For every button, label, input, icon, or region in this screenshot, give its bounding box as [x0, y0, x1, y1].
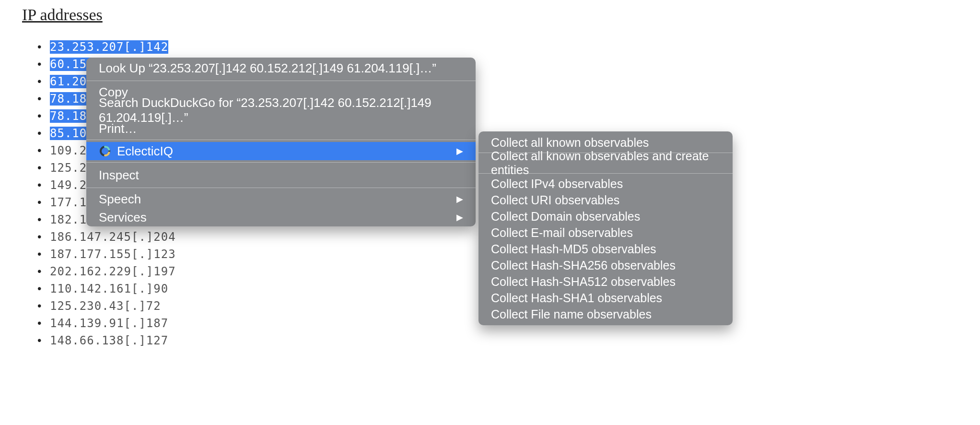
ip-address-value[interactable]: 187.177.155[.]123 — [50, 248, 176, 261]
list-item: 110.142.161[.]90 — [37, 280, 176, 297]
submenu-collect-all[interactable]: Collect all known observables — [478, 134, 733, 151]
submenu-collect-domain[interactable]: Collect Domain observables — [478, 208, 733, 224]
eclecticiq-submenu: Collect all known observables Collect al… — [478, 131, 733, 325]
list-item: 148.66.138[.]127 — [37, 332, 176, 349]
ip-address-value[interactable]: 148.66.138[.]127 — [50, 334, 168, 347]
submenu-collect-md5[interactable]: Collect Hash-MD5 observables — [478, 241, 733, 257]
submenu-collect-sha512[interactable]: Collect Hash-SHA512 observables — [478, 273, 733, 290]
eclecticiq-icon — [99, 145, 111, 157]
submenu-collect-sha256[interactable]: Collect Hash-SHA256 observables — [478, 257, 733, 273]
menu-item-services[interactable]: Services ▶ — [86, 208, 476, 226]
submenu-collect-filename[interactable]: Collect File name observables — [478, 306, 733, 322]
submenu-collect-email[interactable]: Collect E-mail observables — [478, 224, 733, 241]
menu-item-eclecticiq[interactable]: EclecticIQ ▶ — [86, 142, 476, 160]
list-item: 202.162.229[.]197 — [37, 263, 176, 280]
ip-address-value[interactable]: 202.162.229[.]197 — [50, 265, 176, 278]
submenu-collect-all-entities[interactable]: Collect all known observables and create… — [478, 155, 733, 171]
page-title: IP addresses — [22, 6, 103, 24]
menu-separator — [86, 140, 476, 140]
menu-separator — [86, 188, 476, 188]
submenu-collect-sha1[interactable]: Collect Hash-SHA1 observables — [478, 290, 733, 306]
menu-separator — [86, 81, 476, 81]
list-item: 186.147.245[.]204 — [37, 228, 176, 246]
list-item: 144.139.91[.]187 — [37, 315, 176, 332]
menu-item-print[interactable]: Print… — [86, 119, 476, 138]
chevron-right-icon: ▶ — [456, 194, 463, 204]
menu-item-label: Speech — [99, 192, 141, 207]
menu-item-lookup[interactable]: Look Up “23.253.207[.]142 60.152.212[.]1… — [86, 58, 476, 79]
list-item: 187.177.155[.]123 — [37, 246, 176, 263]
menu-item-search[interactable]: Search DuckDuckGo for “23.253.207[.]142 … — [86, 101, 476, 119]
chevron-right-icon: ▶ — [456, 212, 463, 223]
menu-separator — [86, 162, 476, 163]
list-item: 23.253.207[.]142 — [37, 38, 176, 56]
menu-item-label: EclecticIQ — [117, 144, 173, 159]
menu-item-label: Services — [99, 210, 147, 225]
submenu-collect-uri[interactable]: Collect URI observables — [478, 192, 733, 208]
ip-address-value[interactable]: 110.142.161[.]90 — [50, 282, 168, 295]
list-item: 125.230.43[.]72 — [37, 297, 176, 315]
ip-address-value[interactable]: 23.253.207[.]142 — [50, 40, 168, 54]
menu-item-inspect[interactable]: Inspect — [86, 165, 476, 186]
ip-address-value[interactable]: 144.139.91[.]187 — [50, 317, 168, 330]
chevron-right-icon: ▶ — [456, 146, 463, 156]
ip-address-value[interactable]: 186.147.245[.]204 — [50, 230, 176, 244]
context-menu: Look Up “23.253.207[.]142 60.152.212[.]1… — [86, 58, 476, 226]
submenu-collect-ipv4[interactable]: Collect IPv4 observables — [478, 176, 733, 192]
ip-address-value[interactable]: 125.230.43[.]72 — [50, 299, 161, 313]
menu-item-speech[interactable]: Speech ▶ — [86, 190, 476, 208]
